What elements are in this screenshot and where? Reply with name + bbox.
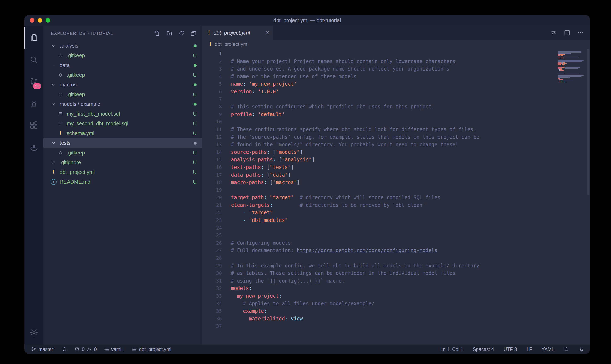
code-line-22[interactable]: 22 - "target" <box>202 209 555 217</box>
open-changes-button[interactable] <box>551 29 557 36</box>
tree-item-gitkeep[interactable]: .gitkeepU <box>43 51 202 60</box>
tree-item-analysis[interactable]: analysis <box>43 41 202 51</box>
window-controls <box>25 18 50 23</box>
code-line-17[interactable]: 17data-paths: ["data"] <box>202 171 555 179</box>
code-line-16[interactable]: 16test-paths: ["tests"] <box>202 164 555 171</box>
more-actions-button[interactable] <box>577 29 584 36</box>
folder-modified-dot <box>194 103 196 106</box>
status-item-eol[interactable]: LF <box>527 347 532 352</box>
tree-item-dbt-project-yml[interactable]: !dbt_project.ymlU <box>43 167 202 177</box>
status-item-active-file-indicator[interactable]: dbt_project.yml <box>132 347 171 352</box>
code-line-21[interactable]: 21clean-targets: # directories to be rem… <box>202 201 555 209</box>
zoom-window-button[interactable] <box>46 18 50 23</box>
status-item-language-mode[interactable]: YAML <box>542 347 554 352</box>
code-line-18[interactable]: 18macro-paths: ["macros"] <box>202 179 555 186</box>
status-item-problems[interactable]: 00 <box>74 347 97 352</box>
tree-item-readme-md[interactable]: iREADME.mdU <box>43 177 202 187</box>
tree-item-gitkeep[interactable]: .gitkeepU <box>43 90 202 99</box>
code-line-29[interactable]: 29# In this example config, we tell dbt … <box>202 262 555 270</box>
code-line-34[interactable]: 34 # Applies to all files under models/e… <box>202 300 555 308</box>
code-line-12[interactable]: 12# The `source-paths` config, for examp… <box>202 133 555 141</box>
split-editor-button[interactable] <box>564 29 570 36</box>
code-line-36[interactable]: 36 materialized: view <box>202 315 555 323</box>
code-line-11[interactable]: 11# These configurations specify where d… <box>202 126 555 133</box>
git-status-badge: U <box>193 92 196 97</box>
status-item-sync-button[interactable] <box>62 347 67 352</box>
code-line-3[interactable]: 3# and underscores. A good package name … <box>202 65 555 73</box>
bell-icon <box>579 347 584 352</box>
activity-item-explorer[interactable] <box>25 27 43 49</box>
sync-icon <box>62 347 67 352</box>
code-line-14[interactable]: 14source-paths: ["models"] <box>202 148 555 156</box>
code-line-2[interactable]: 2# Name your project! Project names shou… <box>202 58 555 65</box>
tree-item-label: dbt_project.yml <box>60 169 95 175</box>
code-line-8[interactable]: 8# This setting configures which "profil… <box>202 103 555 111</box>
status-item-indentation[interactable]: Spaces: 4 <box>473 347 494 352</box>
close-window-button[interactable] <box>30 18 34 23</box>
code-line-23[interactable]: 23 - "dbt_modules" <box>202 217 555 224</box>
new-file-button[interactable] <box>154 30 161 36</box>
code-line-20[interactable]: 20target-path: "target" # directory whic… <box>202 194 555 201</box>
status-item-notifications-bell[interactable] <box>579 347 584 352</box>
breadcrumb[interactable]: ! dbt_project.yml <box>202 40 590 49</box>
code-line-25[interactable]: 25 <box>202 232 555 239</box>
tree-item-tests[interactable]: tests <box>43 138 202 148</box>
code-line-15[interactable]: 15analysis-paths: ["analysis"] <box>202 156 555 164</box>
tab-close-icon[interactable]: × <box>265 29 269 36</box>
code-line-31[interactable]: 31# using the `{{ config(...) }}` macro. <box>202 277 555 285</box>
tree-item-gitkeep[interactable]: .gitkeepU <box>43 70 202 80</box>
code-line-19[interactable]: 19 <box>202 186 555 194</box>
line-text: # and underscores. A good package name s… <box>222 65 449 73</box>
tree-item-data[interactable]: data <box>43 60 202 70</box>
collapse-all-button[interactable] <box>190 30 196 36</box>
activity-item-search[interactable] <box>25 49 43 71</box>
status-item-cursor-position[interactable]: Ln 1, Col 1 <box>440 347 463 352</box>
code-line-26[interactable]: 26# Configuring models <box>202 239 555 247</box>
code-line-13[interactable]: 13# found in the "models/" directory. Yo… <box>202 141 555 148</box>
code-line-27[interactable]: 27# Full documentation: https://docs.get… <box>202 247 555 254</box>
code-line-10[interactable]: 10 <box>202 118 555 126</box>
code-line-24[interactable]: 24 <box>202 224 555 232</box>
status-item-feedback-smiley[interactable] <box>564 347 569 352</box>
code-line-6[interactable]: 6version: '1.0.0' <box>202 88 555 96</box>
code-line-37[interactable]: 37 <box>202 323 555 330</box>
code-line-33[interactable]: 33 my_new_project: <box>202 292 555 300</box>
code-line-5[interactable]: 5name: 'my_new_project' <box>202 80 555 88</box>
activity-item-source-control[interactable]: 11 <box>25 71 43 93</box>
status-item-branch-status[interactable]: master* <box>31 347 55 352</box>
status-item-encoding[interactable]: UTF-8 <box>503 347 517 352</box>
activity-item-settings[interactable] <box>25 323 43 342</box>
tree-item-models-example[interactable]: models / example <box>43 99 202 109</box>
status-item-language-indicator-yaml[interactable]: yaml| <box>104 347 125 352</box>
chevron-down-icon <box>50 43 57 49</box>
code-line-1[interactable]: 1 <box>202 50 555 58</box>
tree-item-macros[interactable]: macros <box>43 80 202 90</box>
code-line-32[interactable]: 32models: <box>202 285 555 292</box>
tree-item-my-first-dbt-model-sql[interactable]: my_first_dbt_model.sqlU <box>43 109 202 119</box>
tree-item-my-second-dbt-model-sql[interactable]: my_second_dbt_model.sqlU <box>43 119 202 129</box>
refresh-button[interactable] <box>178 30 184 36</box>
code-line-9[interactable]: 9profile: 'default' <box>202 111 555 118</box>
code-line-30[interactable]: 30# as tables. These settings can be ove… <box>202 270 555 277</box>
activity-item-run-debug[interactable] <box>25 93 43 115</box>
code-line-7[interactable]: 7 <box>202 96 555 103</box>
code-line-35[interactable]: 35 example: <box>202 307 555 315</box>
tree-item-schema-yml[interactable]: !schema.ymlU <box>43 129 202 138</box>
activity-item-extensions[interactable] <box>25 115 43 136</box>
line-number: 9 <box>202 111 222 118</box>
sql-file-icon <box>57 121 64 126</box>
tree-item-gitignore[interactable]: .gitignoreU <box>43 158 202 167</box>
minimize-window-button[interactable] <box>38 18 42 23</box>
line-text: test-paths: ["tests"] <box>222 164 294 171</box>
activity-item-docker[interactable] <box>25 136 43 158</box>
code-line-28[interactable]: 28 <box>202 254 555 262</box>
tree-item-gitkeep[interactable]: .gitkeepU <box>43 148 202 158</box>
new-folder-button[interactable] <box>166 30 173 36</box>
code-editor[interactable]: 12# Name your project! Project names sho… <box>202 49 590 345</box>
git-status-badge: U <box>193 53 196 59</box>
code-line-4[interactable]: 4# name or the intended use of these mod… <box>202 73 555 80</box>
minimap[interactable] <box>558 51 585 83</box>
editor-scrollbar[interactable] <box>587 49 589 195</box>
tab-dbt-project-yml[interactable]: ! dbt_project.yml × <box>202 26 273 40</box>
line-number: 14 <box>202 148 222 156</box>
